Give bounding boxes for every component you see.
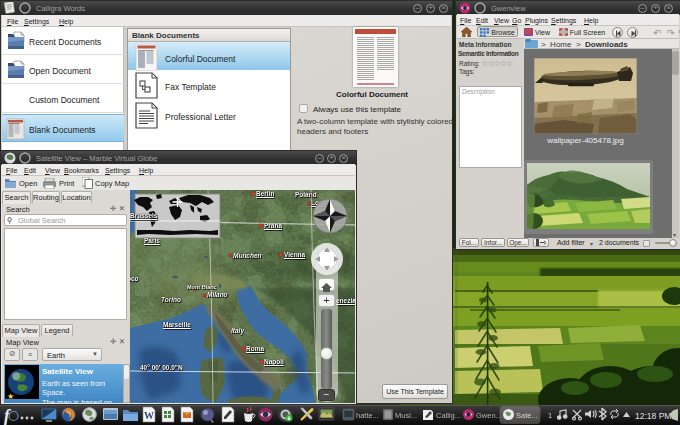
svg-text:Sate...: Sate... <box>516 411 538 420</box>
svg-text:Gwen...: Gwen... <box>476 411 502 420</box>
svg-text:12:18 PM: 12:18 PM <box>635 411 671 421</box>
svg-text:W: W <box>144 410 154 421</box>
svg-text:Callig...: Callig... <box>436 411 461 420</box>
svg-text:hatte...: hatte... <box>356 411 379 420</box>
svg-text:1: 1 <box>548 411 552 420</box>
svg-text:Musi...: Musi... <box>395 411 417 420</box>
